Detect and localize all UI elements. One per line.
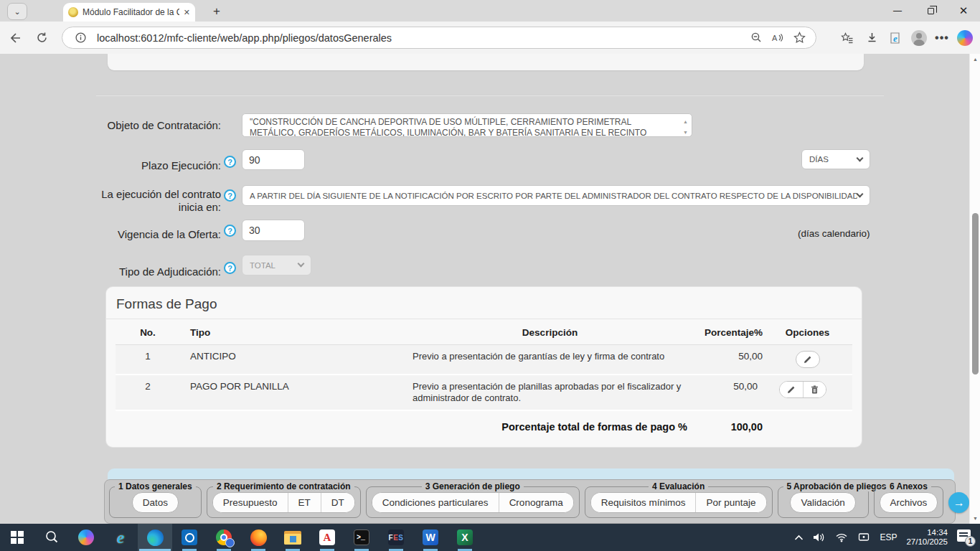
formas-de-pago-panel: Formas de Pago No. Tipo Descripción Porc… (106, 287, 862, 447)
tab-favicon (68, 7, 78, 17)
taskbar-search-icon[interactable] (34, 524, 69, 551)
objeto-textarea[interactable]: "CONSTRUCCIÓN DE CANCHA DEPORTIVA DE USO… (242, 113, 692, 137)
close-button[interactable]: ✕ (947, 0, 980, 22)
system-tray: ESP 14:34 27/10/2025 1 (794, 528, 980, 547)
scroll-down-icon[interactable]: ▼ (970, 513, 980, 524)
clock-date: 27/10/2025 (906, 537, 948, 547)
plazo-unit-value: DÍAS (809, 155, 829, 164)
site-info-icon[interactable] (70, 29, 91, 47)
archivos-button[interactable]: Archivos (880, 492, 938, 513)
collections-icon[interactable] (838, 29, 857, 47)
taskbar-acrobat-icon[interactable]: A (310, 524, 344, 551)
table-header-row: No. Tipo Descripción Porcentaje% Opcione… (116, 319, 852, 345)
read-aloud-icon[interactable]: A (767, 29, 788, 47)
connect-display-icon[interactable] (857, 532, 870, 542)
datos-button[interactable]: Datos (132, 492, 179, 513)
page-scrollbar[interactable]: ▲ ▼ (969, 54, 980, 524)
presupuesto-button[interactable]: Presupuesto (213, 493, 288, 512)
taskbar-terminal-icon[interactable]: >_ (344, 524, 379, 551)
textarea-scrollbar[interactable]: ▲▼ (682, 116, 689, 134)
taskbar-edge-icon[interactable] (138, 524, 172, 551)
wizard-group-aprobacion: 5 Aprobación de pliegos Validación (778, 481, 869, 518)
language-indicator[interactable]: ESP (880, 532, 897, 542)
tab-close-icon[interactable]: ✕ (184, 8, 190, 17)
edit-button[interactable] (796, 351, 820, 368)
tab-search-button[interactable]: ⌄ (7, 3, 27, 20)
restore-button[interactable] (914, 0, 947, 22)
tipo-help-icon[interactable]: ? (224, 262, 236, 274)
plazo-input[interactable] (242, 149, 305, 170)
tipo-select[interactable]: TOTAL (242, 255, 311, 276)
taskbar-outlook-icon[interactable] (172, 524, 207, 551)
zoom-out-icon[interactable] (745, 29, 767, 47)
notification-badge: 1 (965, 536, 976, 547)
ie-mode-icon[interactable]: e (887, 29, 905, 47)
vigencia-help-icon[interactable]: ? (224, 225, 236, 237)
new-tab-button[interactable]: + (208, 4, 225, 19)
volume-icon[interactable] (813, 532, 826, 542)
taskbar-fes-app-icon[interactable]: FES (379, 524, 413, 551)
row-no: 1 (116, 351, 180, 362)
ejecucion-help-icon[interactable]: ? (224, 189, 236, 202)
cronograma-button[interactable]: Cronograma (499, 493, 573, 512)
tray-chevron-up-icon[interactable] (794, 534, 804, 541)
settings-more-icon[interactable]: ••• (933, 29, 951, 47)
url-text[interactable]: localhost:6012/mfc-cliente/web/app.php/p… (97, 32, 745, 44)
edit-button[interactable] (780, 382, 803, 397)
taskbar-file-explorer-icon[interactable] (275, 524, 310, 551)
start-button[interactable] (0, 524, 34, 551)
por-puntaje-button[interactable]: Por puntaje (695, 493, 765, 512)
vigencia-hint: (días calendario) (798, 228, 870, 239)
wizard-group-label: 2 Requerimiento de contratación (213, 481, 354, 491)
formas-de-pago-table: No. Tipo Descripción Porcentaje% Opcione… (106, 319, 862, 440)
address-bar[interactable]: localhost:6012/mfc-cliente/web/app.php/p… (62, 27, 816, 49)
condiciones-particulares-button[interactable]: Condiciones particulares (372, 493, 499, 512)
refresh-icon[interactable] (32, 29, 51, 47)
dt-button[interactable]: DT (321, 493, 354, 512)
taskbar: e A >_ (0, 524, 980, 551)
requisitos-minimos-button[interactable]: Requisitos mínimos (591, 493, 696, 512)
browser-tab[interactable]: Módulo Facilitador de la Contrata ✕ (63, 3, 195, 22)
wizard-bar: 1 Datos generales Datos 2 Requerimiento … (104, 479, 956, 524)
back-icon[interactable] (6, 29, 24, 47)
scrollbar-thumb[interactable] (972, 213, 979, 375)
wizard-group-datos-generales: 1 Datos generales Datos (109, 481, 202, 518)
wizard-group-requerimiento: 2 Requerimiento de contratación Presupue… (207, 481, 361, 518)
taskbar-firefox-icon[interactable] (241, 524, 275, 551)
col-header-opciones: Opciones (763, 327, 852, 338)
et-button[interactable]: ET (288, 493, 321, 512)
minimize-button[interactable]: — (881, 0, 914, 22)
copilot-icon[interactable] (957, 30, 973, 46)
chevron-down-icon (857, 154, 864, 161)
scroll-up-icon[interactable]: ▲ (970, 54, 980, 65)
taskbar-excel-icon[interactable]: X (448, 524, 482, 551)
downloads-icon[interactable] (862, 29, 881, 47)
wizard-group-label: 6 Anexos (886, 481, 931, 491)
wizard-group-evaluacion: 4 Evaluación Requisitos mínimos Por punt… (585, 481, 773, 518)
favorite-star-icon[interactable] (788, 29, 810, 47)
plazo-unit-select[interactable]: DÍAS (801, 149, 870, 169)
row-no: 2 (116, 381, 180, 392)
notification-center-icon[interactable]: 1 (957, 529, 974, 545)
tipo-value: TOTAL (250, 261, 275, 270)
next-step-button[interactable]: → (948, 492, 969, 513)
browser-titlebar: ⌄ Módulo Facilitador de la Contrata ✕ + … (0, 0, 980, 22)
wizard-group-label: 1 Datos generales (115, 481, 196, 491)
plazo-label: Plazo Ejecución: (93, 159, 221, 172)
taskbar-clock[interactable]: 14:34 27/10/2025 (906, 528, 948, 547)
taskbar-ie-icon[interactable]: e (103, 524, 138, 551)
vigencia-input[interactable] (242, 220, 305, 241)
wizard-group-label: 3 Generación de pliego (422, 481, 524, 491)
ejecucion-select[interactable]: A PARTIR DEL DÍA SIGUIENTE DE LA NOTIFIC… (242, 185, 870, 206)
taskbar-word-icon[interactable]: W (413, 524, 448, 551)
row-porcentaje: 50,00 (682, 381, 758, 392)
taskbar-copilot-icon[interactable] (69, 524, 103, 551)
page-content: Objeto de Contratación: "CONSTRUCCIÓN DE… (0, 54, 980, 524)
delete-button[interactable] (803, 382, 826, 397)
validacion-button[interactable]: Validación (790, 492, 855, 513)
taskbar-chrome-icon[interactable] (207, 524, 241, 551)
profile-avatar[interactable] (911, 30, 927, 46)
wifi-icon[interactable] (835, 532, 848, 542)
plazo-help-icon[interactable]: ? (224, 156, 236, 168)
row-porcentaje: 50,00 (687, 351, 763, 362)
